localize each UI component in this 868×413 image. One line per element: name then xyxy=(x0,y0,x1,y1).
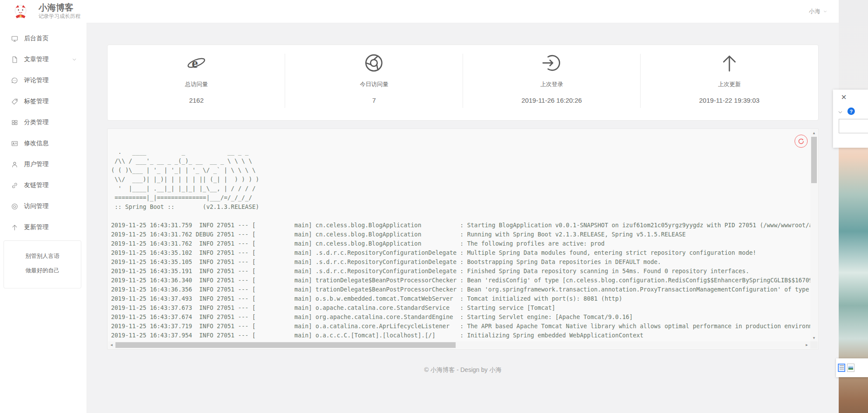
chevron-down-icon xyxy=(823,9,827,14)
svg-text:e: e xyxy=(192,56,198,71)
scroll-down-arrow-icon[interactable]: ▼ xyxy=(810,334,818,341)
scrollbar-corner xyxy=(810,341,818,349)
stat-card-last-update: 上次更新 2019-11-22 19:39:03 xyxy=(641,45,818,120)
monitor-icon xyxy=(11,35,18,42)
user-menu-label: 小海 xyxy=(809,7,820,15)
footer-copyright: © 小海博客 - Design by 小海 xyxy=(87,366,839,374)
stat-label: 上次更新 xyxy=(641,80,818,88)
id-card-icon xyxy=(11,140,18,147)
refresh-icon xyxy=(797,137,805,145)
app-root: 小海博客 记录学习成长历程 小海 后台首页 文章管理 xyxy=(0,0,868,413)
main-content: e 总访问量 2162 今日访问量 xyxy=(87,23,839,413)
header: 小海博客 记录学习成长历程 小海 xyxy=(0,0,839,23)
horizontal-scroll-thumb[interactable] xyxy=(115,342,456,348)
motto-line: 别管别人言语 xyxy=(4,249,81,263)
sidebar-item-profile[interactable]: 修改信息 xyxy=(0,133,87,154)
stat-card-today-visits: 今日访问量 7 xyxy=(285,45,463,120)
motto-box: 别管别人言语 做最好的自己 xyxy=(3,240,81,288)
sidebar-item-label: 评论管理 xyxy=(24,76,49,84)
sidebar-item-label: 标签管理 xyxy=(24,97,49,105)
sidebar-item-comments[interactable]: 评论管理 xyxy=(0,70,87,91)
arrow-up-icon xyxy=(11,224,18,231)
log-viewport[interactable]: . ____ _ __ _ _ /\\ / ___'_ __ _ _(_)_ _… xyxy=(108,129,810,341)
sidebar-item-tags[interactable]: 标签管理 xyxy=(0,91,87,112)
page-title: 小海博客 xyxy=(38,2,80,13)
motto-line: 做最好的自己 xyxy=(4,263,81,278)
stat-value: 2162 xyxy=(108,97,285,104)
image-view-icon[interactable] xyxy=(847,364,854,372)
popup-input[interactable] xyxy=(839,119,868,133)
console-log: . ____ _ __ _ _ /\\ / ___'_ __ _ _(_)_ _… xyxy=(108,129,810,341)
compass-icon xyxy=(11,203,18,210)
document-icon xyxy=(11,56,18,63)
sidebar-item-friend-links[interactable]: 友链管理 xyxy=(0,175,87,196)
scroll-left-arrow-icon[interactable]: ◄ xyxy=(108,341,115,349)
sidebar-item-visits[interactable]: 访问管理 xyxy=(0,196,87,217)
stat-value: 7 xyxy=(285,97,463,104)
sidebar-nav: 后台首页 文章管理 评论管理 标签管理 分类管理 xyxy=(0,23,87,238)
sidebar-item-label: 更新管理 xyxy=(24,223,49,231)
sidebar-item-label: 分类管理 xyxy=(24,118,49,126)
arrow-up-icon xyxy=(719,53,739,73)
sidebar-item-label: 友链管理 xyxy=(24,181,49,189)
list-view-icon[interactable] xyxy=(838,364,845,372)
chrome-browser-icon xyxy=(364,53,384,73)
user-menu[interactable]: 小海 xyxy=(809,0,827,23)
stat-value: 2019-11-26 16:20:26 xyxy=(463,97,641,104)
stat-value: 2019-11-22 19:39:03 xyxy=(641,97,818,104)
vertical-scrollbar[interactable]: ▲ ▼ xyxy=(810,129,818,341)
sidebar-item-updates[interactable]: 更新管理 xyxy=(0,217,87,238)
site-logo xyxy=(12,3,29,20)
user-icon xyxy=(11,161,18,168)
chevron-down-icon[interactable] xyxy=(837,109,843,115)
stat-label: 总访问量 xyxy=(108,80,285,88)
sidebar-item-label: 访问管理 xyxy=(24,202,49,210)
grid-icon xyxy=(11,119,18,126)
stat-label: 上次登录 xyxy=(463,80,641,88)
vertical-scroll-thumb[interactable] xyxy=(811,137,817,183)
horizontal-scrollbar[interactable]: ◄ ► xyxy=(108,341,810,349)
sidebar-item-label: 用户管理 xyxy=(24,160,49,168)
stats-panel: e 总访问量 2162 今日访问量 xyxy=(107,45,819,121)
sidebar: 后台首页 文章管理 评论管理 标签管理 分类管理 xyxy=(0,23,87,413)
sidebar-item-label: 文章管理 xyxy=(24,56,49,63)
title-block: 小海博客 记录学习成长历程 xyxy=(38,2,80,20)
sidebar-item-articles[interactable]: 文章管理 xyxy=(0,49,87,70)
link-icon xyxy=(11,182,18,189)
blog-admin-window: 小海博客 记录学习成长历程 小海 后台首页 文章管理 xyxy=(0,0,839,413)
close-icon[interactable]: ✕ xyxy=(841,94,847,101)
scroll-right-arrow-icon[interactable]: ► xyxy=(803,341,810,349)
stat-card-total-visits: e 总访问量 2162 xyxy=(108,45,285,120)
ie-browser-icon: e xyxy=(186,53,206,73)
view-switcher-popup xyxy=(836,358,868,377)
login-icon xyxy=(542,53,562,73)
sidebar-item-dashboard[interactable]: 后台首页 xyxy=(0,28,87,49)
page-subtitle: 记录学习成长历程 xyxy=(38,13,80,20)
browser-popup-panel: ✕ ? xyxy=(833,90,868,148)
tag-icon xyxy=(11,98,18,105)
stat-card-last-login: 上次登录 2019-11-26 16:20:26 xyxy=(463,45,641,120)
stat-label: 今日访问量 xyxy=(285,80,463,88)
sidebar-item-categories[interactable]: 分类管理 xyxy=(0,112,87,133)
sidebar-item-label: 后台首页 xyxy=(24,35,49,42)
sidebar-item-users[interactable]: 用户管理 xyxy=(0,154,87,175)
chevron-down-icon xyxy=(72,57,77,62)
scroll-up-arrow-icon[interactable]: ▲ xyxy=(810,129,818,136)
help-icon[interactable]: ? xyxy=(847,108,855,115)
console-panel: . ____ _ __ _ _ /\\ / ___'_ __ _ _(_)_ _… xyxy=(107,128,819,350)
comment-icon xyxy=(11,77,18,84)
sidebar-item-label: 修改信息 xyxy=(24,139,49,147)
refresh-button[interactable] xyxy=(795,135,808,148)
